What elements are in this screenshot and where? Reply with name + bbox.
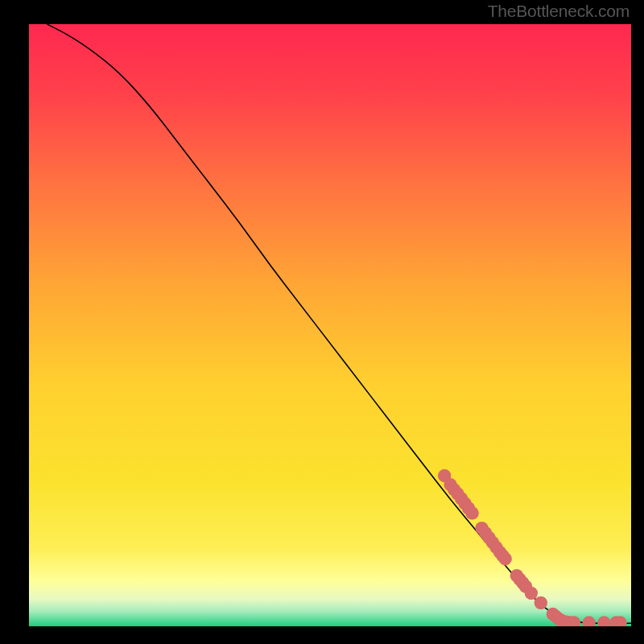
gradient-background xyxy=(29,24,631,626)
data-marker xyxy=(498,552,511,565)
chart-svg xyxy=(29,24,631,626)
data-marker xyxy=(525,587,538,600)
data-marker xyxy=(465,506,478,519)
watermark-text: TheBottleneck.com xyxy=(488,2,630,21)
chart-container: TheBottleneck.com xyxy=(0,0,644,644)
data-marker xyxy=(535,597,547,609)
plot-area xyxy=(29,24,631,626)
